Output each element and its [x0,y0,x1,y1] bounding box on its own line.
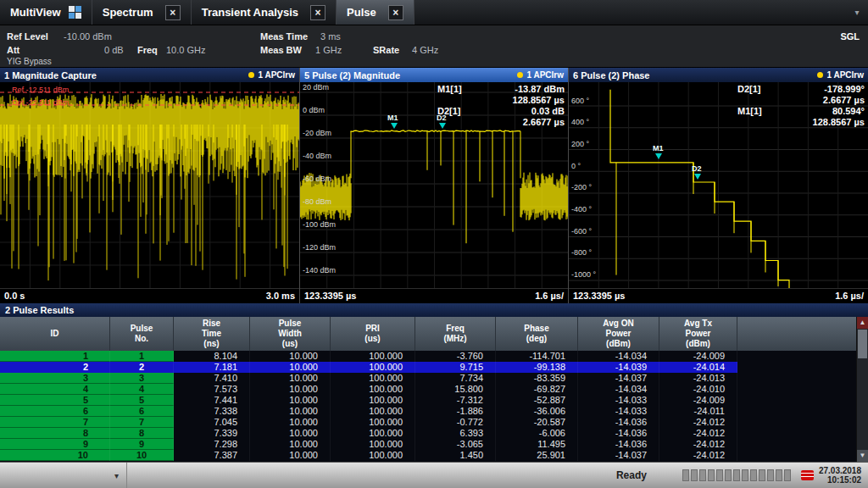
value-cell: -52.887 [496,395,578,406]
freq-label[interactable]: Freq [137,45,158,55]
value-cell: -14.036 [578,417,659,428]
column-header[interactable]: Avg ONPower(dBm) [578,317,659,351]
column-header[interactable]: Phase(deg) [496,317,578,351]
status-bar: ▾ Ready 27.03.2018 10:15:02 [0,462,868,488]
results-title[interactable]: 2 Pulse Results [0,303,868,317]
id-cell: 2 [110,362,174,373]
tab-spectrum[interactable]: Spectrum × [92,0,192,25]
value-cell: 10.000 [250,395,331,406]
progress-segment [691,469,698,481]
value-cell: 10.000 [250,362,331,373]
row-filler [737,439,868,450]
value-cell: -14.036 [578,439,659,450]
panel-pulse-magnitude[interactable]: 5 Pulse (2) Magnitude 1 APClrw 20 dBm 0 … [300,68,569,303]
y-axis-label: -200 ° [571,183,592,191]
row-filler [737,351,868,362]
column-header[interactable]: Freq(MHz) [415,317,496,351]
marker-m1-label[interactable]: M1 [387,114,398,122]
y-axis-label: 600 ° [571,97,589,105]
panel-magnitude-header[interactable]: 5 Pulse (2) Magnitude 1 APClrw [300,68,568,82]
close-icon[interactable]: × [388,5,403,20]
analyzer-screen: MultiView Spectrum × Transient Analysis … [0,0,868,488]
column-header[interactable]: PRI(us) [331,317,415,351]
tab-pulse[interactable]: Pulse × [337,0,415,25]
result-row[interactable]: 667.33810.000100.000-1.886-36.006-14.033… [0,406,868,417]
progress-segment [682,469,689,481]
att-label[interactable]: Att [7,45,19,55]
result-row[interactable]: 447.57310.000100.00015.800-69.827-14.034… [0,384,868,395]
meas-time-value[interactable]: 3 ms [320,31,341,42]
result-row[interactable]: 997.29810.000100.000-3.06511.495-14.036-… [0,439,868,450]
id-cell: 5 [110,395,174,406]
tab-multiview[interactable]: MultiView [0,0,92,25]
result-row[interactable]: 557.44110.000100.000-7.312-52.887-14.033… [0,395,868,406]
y-axis-label: -140 dBm [303,266,336,274]
value-cell: 10.000 [250,373,331,384]
result-row[interactable]: 777.04510.000100.000-0.772-20.587-14.036… [0,417,868,428]
result-row[interactable]: 887.33910.000100.0006.393-6.006-14.036-2… [0,428,868,439]
progress-segment [699,469,706,481]
trace-dot-icon [248,72,254,78]
meas-bw-label[interactable]: Meas BW [260,45,302,55]
progress-segment [708,469,715,481]
meas-bw-value[interactable]: 1 GHz [315,45,342,55]
id-cell: 10 [110,450,174,461]
column-header[interactable]: Avg TxPower(dBm) [659,317,737,351]
att-value[interactable]: 0 dB [104,45,124,55]
column-header[interactable]: ID [0,317,110,351]
capture-plot[interactable]: Ref -12.511 dBm Det -22.511 dBm [0,82,299,288]
value-cell: -69.827 [496,384,578,395]
value-cell: -36.006 [496,406,578,417]
magnitude-plot[interactable]: 20 dBm 0 dBm -20 dBm -40 dBm -60 dBm -80… [300,82,568,288]
close-icon[interactable]: × [310,5,326,20]
value-cell: 7.339 [174,428,250,439]
x-start-label: 0.0 s [4,291,25,301]
table-scrollbar[interactable]: ▲ ▼ [856,317,868,462]
result-row[interactable]: 118.10410.000100.000-3.760-114.701-14.03… [0,351,868,362]
marker-d2-icon[interactable] [694,174,701,180]
value-cell: 10.000 [250,351,331,362]
value-cell: 10.000 [250,428,331,439]
ref-level-value[interactable]: -10.00 dBm [64,31,112,42]
freq-value[interactable]: 10.0 GHz [166,45,205,55]
scrollbar-thumb[interactable] [858,330,867,358]
scrollbar-track[interactable] [857,359,868,450]
panel-phase-header[interactable]: 6 Pulse (2) Phase 1 APClrw [569,68,868,82]
srate-value[interactable]: 4 GHz [412,45,438,55]
value-cell: -99.138 [496,362,578,373]
y-axis-label: -800 ° [571,248,592,257]
y-axis-label: -40 dBm [303,152,331,160]
marker-m1-icon[interactable] [391,123,398,129]
column-header[interactable]: PulseWidth(us) [250,317,331,351]
tab-transient-analysis[interactable]: Transient Analysis × [192,0,337,25]
ref-level-label[interactable]: Ref Level [7,31,48,42]
marker-d2-label[interactable]: D2 [692,164,702,173]
result-row[interactable]: 10107.38710.000100.0001.45025.901-14.037… [0,450,868,461]
phase-plot[interactable]: 600 ° 400 ° 200 ° 0 ° -200 ° -400 ° -600… [569,82,868,288]
panel-magnitude-capture[interactable]: 1 Magnitude Capture 1 APClrw Ref -12.511… [0,68,300,303]
panel-pulse-phase[interactable]: 6 Pulse (2) Phase 1 APClrw 600 ° 400 ° 2… [569,68,868,303]
srate-label[interactable]: SRate [373,45,399,55]
panel-capture-header[interactable]: 1 Magnitude Capture 1 APClrw [0,68,299,82]
marker-d2-label[interactable]: D2 [437,114,447,122]
id-cell: 3 [110,373,174,384]
id-cell: 6 [0,406,110,417]
result-row[interactable]: 227.18110.000100.0009.715-99.138-14.039-… [0,362,868,373]
x-start-label: 123.3395 µs [573,291,625,301]
result-row[interactable]: 337.41010.000100.0007.734-83.359-14.037-… [0,373,868,384]
close-icon[interactable]: × [165,5,181,20]
statusbar-dropdown[interactable]: ▾ [0,463,127,488]
marker-m1-icon[interactable] [655,153,662,159]
column-header[interactable]: RiseTime(ns) [174,317,250,351]
column-header[interactable]: PulseNo. [110,317,174,351]
meas-time-label[interactable]: Meas Time [260,31,308,42]
tabbar-dropdown-icon[interactable]: ▾ [846,0,868,25]
scroll-up-icon[interactable]: ▲ [857,317,868,329]
y-axis-label: -1000 ° [571,270,596,279]
progress-segment [742,469,748,481]
marker-d2-icon[interactable] [439,123,446,129]
progress-segment [759,469,765,481]
value-cell: -14.037 [578,450,659,461]
scroll-down-icon[interactable]: ▼ [857,450,868,462]
marker-m1-label[interactable]: M1 [653,144,664,152]
